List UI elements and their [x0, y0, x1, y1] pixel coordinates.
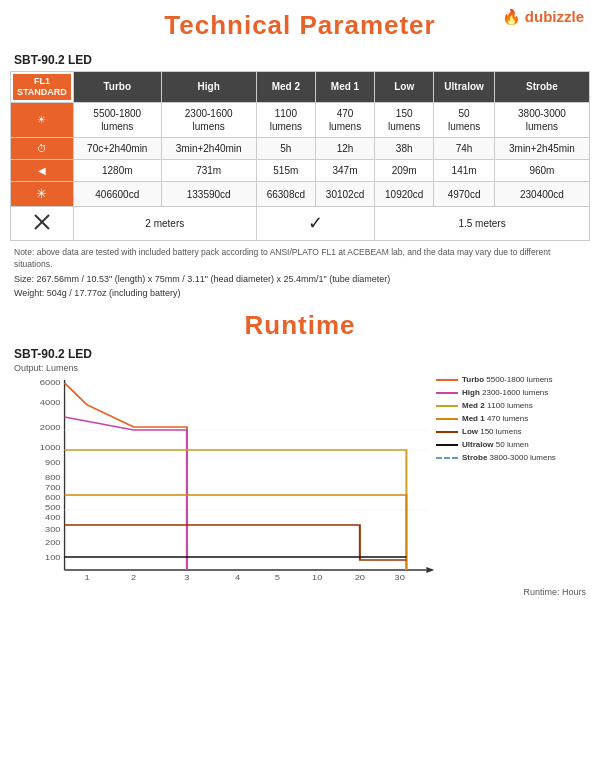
runtime-xlabel: Runtime: Hours [0, 587, 586, 597]
high-legend-line [436, 392, 458, 394]
drop-icon [11, 207, 74, 241]
lumens-icon: ☀ [11, 102, 74, 137]
svg-text:500: 500 [45, 504, 61, 512]
strobe-lumens: 3800-3000lumens [494, 102, 589, 137]
med1-beam: 347m [315, 159, 374, 181]
svg-text:4000: 4000 [40, 399, 61, 407]
ultralow-candela: 4970cd [434, 181, 495, 207]
runtime-subtitle: SBT-90.2 LED [14, 347, 586, 361]
drop-distance: 2 meters [73, 207, 256, 241]
legend-high: High 2300-1600 lumens [436, 388, 586, 397]
turbo-beam: 1280m [73, 159, 161, 181]
ultralow-legend-line [436, 444, 458, 446]
svg-text:400: 400 [45, 514, 61, 522]
section1-title: SBT-90.2 LED [14, 53, 586, 67]
svg-text:800: 800 [45, 474, 61, 482]
high-runtime: 3min+2h40min [161, 137, 256, 159]
med2-legend-line [436, 405, 458, 407]
svg-text:2000: 2000 [40, 424, 61, 432]
svg-text:200: 200 [45, 539, 61, 547]
low-lumens: 150lumens [375, 102, 434, 137]
svg-text:2: 2 [131, 574, 137, 582]
med2-candela: 66308cd [256, 181, 315, 207]
col-turbo: Turbo [73, 72, 161, 103]
col-med2: Med 2 [256, 72, 315, 103]
col-ultralow: Ultralow [434, 72, 495, 103]
svg-text:1000: 1000 [40, 444, 61, 452]
high-candela: 133590cd [161, 181, 256, 207]
legend-strobe: Strobe 3800-3000 lumens [436, 453, 586, 462]
runtime-title: Runtime [0, 310, 600, 341]
legend-med2: Med 2 1100 lumens [436, 401, 586, 410]
svg-marker-4 [426, 567, 434, 573]
svg-text:20: 20 [355, 574, 366, 582]
water-resistance: 1.5 meters [375, 207, 590, 241]
med1-lumens: 470lumens [315, 102, 374, 137]
svg-text:900: 900 [45, 459, 61, 467]
param-table: FL1STANDARD Turbo High Med 2 Med 1 Low U… [10, 71, 590, 241]
med1-runtime: 12h [315, 137, 374, 159]
runtime-legend: Turbo 5500-1800 lumens High 2300-1600 lu… [436, 375, 586, 466]
runtime-ylabel: Output: Lumens [14, 363, 586, 373]
strobe-beam: 960m [494, 159, 589, 181]
fl1-standard-badge: FL1STANDARD [13, 74, 71, 100]
low-legend-line [436, 431, 458, 433]
svg-text:5: 5 [275, 574, 281, 582]
legend-med1: Med 1 470 lumens [436, 414, 586, 423]
table-row: ✳ 406600cd 133590cd 66308cd 30102cd 1092… [11, 181, 590, 207]
svg-text:600: 600 [45, 494, 61, 502]
dubizzle-logo: 🔥 dubizzle [502, 8, 584, 26]
beam-icon: ◀ [11, 159, 74, 181]
turbo-lumens: 5500-1800lumens [73, 102, 161, 137]
svg-text:10: 10 [312, 574, 323, 582]
low-candela: 10920cd [375, 181, 434, 207]
legend-turbo: Turbo 5500-1800 lumens [436, 375, 586, 384]
table-row: ☀ 5500-1800lumens 2300-1600lumens 1100lu… [11, 102, 590, 137]
legend-low: Low 150 lumens [436, 427, 586, 436]
strobe-candela: 230400cd [494, 181, 589, 207]
med2-runtime: 5h [256, 137, 315, 159]
low-beam: 209m [375, 159, 434, 181]
turbo-legend-line [436, 379, 458, 381]
col-med1: Med 1 [315, 72, 374, 103]
ultralow-lumens: 50lumens [434, 102, 495, 137]
med2-lumens: 1100lumens [256, 102, 315, 137]
table-row-footer: 2 meters ✓ 1.5 meters [11, 207, 590, 241]
ultralow-runtime: 74h [434, 137, 495, 159]
candela-icon: ✳ [11, 181, 74, 207]
svg-text:300: 300 [45, 526, 61, 534]
svg-text:6000: 6000 [40, 379, 61, 387]
size-weight-text: Size: 267.56mm / 10.53" (length) x 75mm … [14, 273, 586, 300]
turbo-runtime: 70c+2h40min [73, 137, 161, 159]
dubizzle-flame: 🔥 [502, 8, 521, 25]
med2-beam: 515m [256, 159, 315, 181]
page-header: Technical Parameter 🔥 dubizzle [0, 0, 600, 47]
svg-text:30: 30 [395, 574, 406, 582]
svg-text:700: 700 [45, 484, 61, 492]
med1-legend-line [436, 418, 458, 420]
turbo-candela: 406600cd [73, 181, 161, 207]
high-beam: 731m [161, 159, 256, 181]
table-row: ⏱ 70c+2h40min 3min+2h40min 5h 12h 38h 74… [11, 137, 590, 159]
strobe-legend-line [436, 457, 458, 459]
col-low: Low [375, 72, 434, 103]
col-strobe: Strobe [494, 72, 589, 103]
legend-ultralow: Ultralow 50 lumen [436, 440, 586, 449]
runtime-icon: ⏱ [11, 137, 74, 159]
svg-text:100: 100 [45, 554, 61, 562]
waterproof-check-icon: ✓ [256, 207, 374, 241]
strobe-runtime: 3min+2h45min [494, 137, 589, 159]
low-runtime: 38h [375, 137, 434, 159]
table-row: ◀ 1280m 731m 515m 347m 209m 141m 960m [11, 159, 590, 181]
col-high: High [161, 72, 256, 103]
svg-text:1: 1 [85, 574, 91, 582]
note-text: Note: above data are tested with include… [14, 247, 586, 271]
high-lumens: 2300-1600lumens [161, 102, 256, 137]
svg-text:4: 4 [235, 574, 241, 582]
med1-candela: 30102cd [315, 181, 374, 207]
ultralow-beam: 141m [434, 159, 495, 181]
runtime-chart: 6000 4000 2000 1000 900 800 700 600 500 … [14, 375, 586, 585]
runtime-section: Runtime SBT-90.2 LED Output: Lumens 6000… [0, 310, 600, 597]
svg-text:3: 3 [184, 574, 190, 582]
